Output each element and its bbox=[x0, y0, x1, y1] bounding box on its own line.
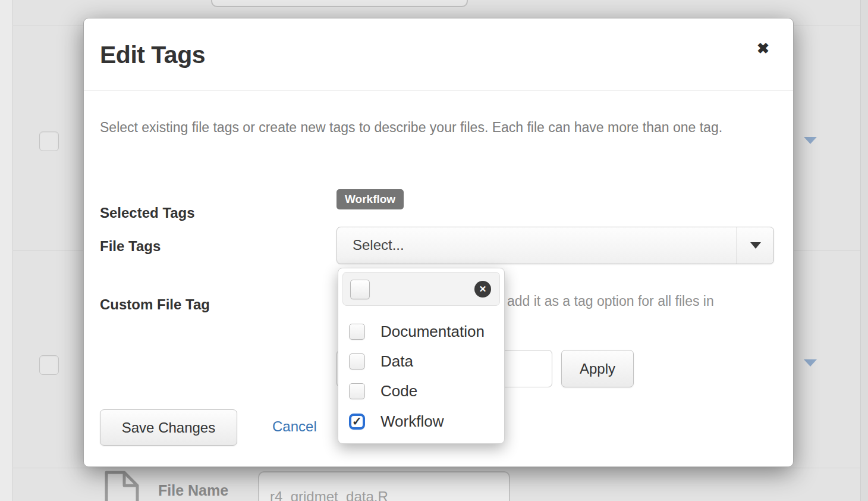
selected-tags-label: Selected Tags bbox=[100, 205, 195, 221]
table-left-border bbox=[12, 0, 13, 501]
dropdown-option-label: Documentation bbox=[380, 322, 485, 341]
file-name-label: File Name bbox=[158, 482, 228, 499]
close-icon[interactable]: ✖ bbox=[757, 41, 769, 56]
row-select-checkbox[interactable] bbox=[39, 131, 59, 151]
row-expand-caret-icon[interactable] bbox=[804, 137, 817, 144]
dropdown-option-documentation[interactable]: Documentation bbox=[338, 317, 504, 346]
dropdown-option-data[interactable]: Data bbox=[338, 346, 504, 376]
dropdown-header: ✕ bbox=[342, 272, 500, 306]
cancel-link[interactable]: Cancel bbox=[272, 418, 317, 435]
modal-description: Select existing file tags or create new … bbox=[100, 115, 769, 139]
page-left-margin bbox=[0, 0, 12, 501]
dropdown-option-label: Code bbox=[380, 382, 417, 400]
custom-file-tag-help-text: add it as a tag option for all files in bbox=[507, 293, 714, 309]
dropdown-option-code[interactable]: Code bbox=[338, 376, 504, 406]
edit-tags-modal: Edit Tags ✖ Select existing file tags or… bbox=[83, 18, 794, 467]
file-table-row: File Name bbox=[0, 468, 868, 501]
checkbox-checked[interactable]: ✓ bbox=[349, 414, 365, 430]
file-tags-select-value: Select... bbox=[353, 237, 404, 253]
selected-tag-badge: Workflow bbox=[336, 189, 404, 209]
modal-title: Edit Tags bbox=[100, 41, 205, 69]
dropdown-option-label: Data bbox=[380, 352, 413, 371]
file-tags-dropdown-panel: ✕ Documentation Data Code ✓ Workflow bbox=[338, 268, 505, 444]
page-right-margin bbox=[861, 0, 868, 501]
file-name-input[interactable] bbox=[258, 471, 510, 501]
checkbox-unchecked[interactable] bbox=[349, 353, 365, 370]
apply-button[interactable]: Apply bbox=[561, 350, 634, 387]
dropdown-option-workflow[interactable]: ✓ Workflow bbox=[338, 406, 504, 436]
screen: File Name Edit Tags ✖ Select existing fi… bbox=[0, 0, 868, 501]
modal-header: Edit Tags ✖ bbox=[84, 18, 793, 91]
dropdown-option-label: Workflow bbox=[380, 412, 444, 431]
file-tags-label: File Tags bbox=[100, 238, 161, 255]
background-file-name-input bbox=[211, 0, 468, 7]
file-tags-select-caret-cell[interactable] bbox=[737, 227, 773, 264]
caret-down-icon bbox=[750, 242, 761, 249]
clear-circle-icon[interactable]: ✕ bbox=[474, 281, 491, 298]
file-icon bbox=[103, 470, 140, 501]
checkbox-unchecked[interactable] bbox=[349, 324, 365, 340]
save-changes-button[interactable]: Save Changes bbox=[100, 409, 237, 446]
row-expand-caret-icon[interactable] bbox=[804, 359, 817, 367]
select-all-checkbox[interactable] bbox=[350, 280, 370, 299]
file-tags-select[interactable]: Select... bbox=[336, 227, 774, 264]
row-select-checkbox[interactable] bbox=[39, 355, 59, 375]
custom-file-tag-label: Custom File Tag bbox=[100, 296, 210, 313]
checkbox-unchecked[interactable] bbox=[349, 383, 365, 399]
